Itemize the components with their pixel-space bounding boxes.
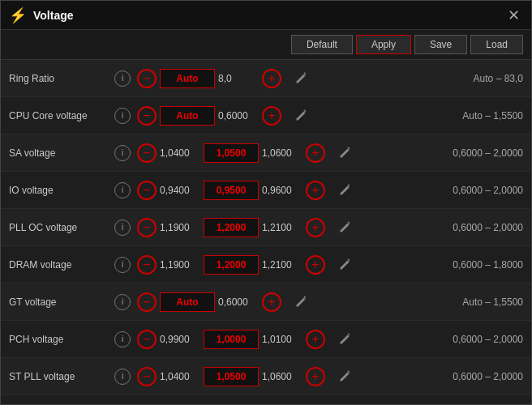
lightning-icon: ⚡ <box>9 6 27 24</box>
minus-button[interactable]: − <box>137 106 157 126</box>
window-title: Voltage <box>33 9 504 22</box>
minus-button[interactable]: − <box>137 218 157 237</box>
info-icon[interactable]: i <box>114 70 131 87</box>
plus-button[interactable]: + <box>306 218 325 237</box>
range-value: Auto – 83,0 <box>467 73 523 84</box>
step-plus-value: 1,0600 <box>262 147 302 159</box>
info-icon[interactable]: i <box>114 294 131 310</box>
plus-button[interactable]: + <box>262 106 281 126</box>
row-label: PCH voltage <box>9 334 114 345</box>
plus-button[interactable]: + <box>262 69 281 88</box>
range-value: 0,6000 – 2,0000 <box>446 371 523 382</box>
info-icon[interactable]: i <box>114 257 131 273</box>
row-label: GT voltage <box>9 296 114 308</box>
plus-button[interactable]: + <box>306 143 325 163</box>
info-icon[interactable]: i <box>114 369 131 385</box>
range-value: 0,6000 – 2,0000 <box>446 147 523 159</box>
voltage-window: ⚡ Voltage ✕ Default Apply Save Load Ring… <box>0 0 532 405</box>
step-plus-value: 1,2100 <box>262 259 302 271</box>
step-value: 0,6000 <box>218 296 259 308</box>
controls: − 0,9400 0,9600 + 0,6000 – 2,0000 <box>137 181 523 200</box>
controls: − 8,0 + Auto – 83,0 <box>137 69 523 88</box>
edit-icon[interactable] <box>335 330 354 349</box>
edit-icon[interactable] <box>335 218 354 237</box>
plus-button[interactable]: + <box>262 292 281 312</box>
minus-button[interactable]: − <box>137 367 157 386</box>
default-button[interactable]: Default <box>291 35 353 54</box>
close-button[interactable]: ✕ <box>504 6 523 24</box>
edit-icon[interactable] <box>291 106 311 126</box>
controls: − 1,1900 1,2100 + 0,6000 – 2,0000 <box>137 218 523 237</box>
value-input[interactable] <box>204 143 259 163</box>
range-value: 0,6000 – 2,0000 <box>446 185 523 196</box>
step-minus-value: 1,0400 <box>160 147 200 159</box>
minus-button[interactable]: − <box>137 181 157 200</box>
apply-button[interactable]: Apply <box>356 35 411 54</box>
range-value: Auto – 1,5500 <box>456 110 523 122</box>
step-value: 8,0 <box>218 73 259 84</box>
controls: − 0,6000 + Auto – 1,5500 <box>137 292 523 312</box>
range-value: 0,6000 – 2,0000 <box>446 334 523 345</box>
minus-button[interactable]: − <box>137 69 157 88</box>
value-input[interactable] <box>204 218 259 237</box>
step-minus-value: 1,0400 <box>160 371 200 382</box>
minus-button[interactable]: − <box>137 292 157 312</box>
range-value: Auto – 1,5500 <box>456 296 523 308</box>
edit-icon[interactable] <box>335 143 354 163</box>
info-icon[interactable]: i <box>114 145 131 161</box>
plus-button[interactable]: + <box>306 330 325 349</box>
value-input[interactable] <box>204 255 259 275</box>
info-icon[interactable]: i <box>114 331 131 347</box>
step-minus-value: 1,1900 <box>160 259 200 271</box>
minus-button[interactable]: − <box>137 255 157 275</box>
table-row: CPU Core voltage i − 0,6000 + Auto – 1,5… <box>1 97 531 134</box>
controls: − 1,0400 1,0600 + 0,6000 – 2,0000 <box>137 367 523 386</box>
edit-icon[interactable] <box>335 367 354 386</box>
value-input[interactable] <box>204 330 259 349</box>
plus-button[interactable]: + <box>306 181 325 200</box>
step-plus-value: 1,2100 <box>262 222 302 233</box>
info-icon[interactable]: i <box>114 220 131 236</box>
minus-button[interactable]: − <box>137 143 157 163</box>
controls: − 1,0400 1,0600 + 0,6000 – 2,0000 <box>137 143 523 163</box>
range-value: 0,6000 – 1,8000 <box>446 259 523 271</box>
table-row: SA voltage i − 1,0400 1,0600 + 0,6000 – … <box>1 134 531 172</box>
value-input[interactable] <box>204 181 259 200</box>
row-label: DRAM voltage <box>9 259 114 271</box>
table-row: PLL OC voltage i − 1,1900 1,2100 + 0,600… <box>1 209 531 246</box>
plus-button[interactable]: + <box>306 367 325 386</box>
info-icon[interactable]: i <box>114 182 131 198</box>
edit-icon[interactable] <box>335 181 354 200</box>
row-label: PLL OC voltage <box>9 222 114 233</box>
rows-container: Ring Ratio i − 8,0 + Auto – 83,0 CPU Cor… <box>1 60 531 404</box>
table-row: DRAM voltage i − 1,1900 1,2100 + 0,6000 … <box>1 246 531 284</box>
edit-icon[interactable] <box>335 255 354 275</box>
row-label: SA voltage <box>9 147 114 159</box>
edit-icon[interactable] <box>291 292 311 312</box>
step-plus-value: 0,9600 <box>262 185 302 196</box>
step-value: 0,6000 <box>218 110 259 122</box>
minus-button[interactable]: − <box>137 330 157 349</box>
step-minus-value: 0,9900 <box>160 334 200 345</box>
toolbar: Default Apply Save Load <box>1 30 531 60</box>
table-row: Ring Ratio i − 8,0 + Auto – 83,0 <box>1 60 531 97</box>
step-minus-value: 0,9400 <box>160 185 200 196</box>
edit-icon[interactable] <box>291 69 311 88</box>
controls: − 0,6000 + Auto – 1,5500 <box>137 106 523 126</box>
plus-button[interactable]: + <box>306 255 325 275</box>
load-button[interactable]: Load <box>470 35 523 54</box>
title-bar: ⚡ Voltage ✕ <box>1 1 531 30</box>
table-row: PCH voltage i − 0,9900 1,0100 + 0,6000 –… <box>1 321 531 358</box>
value-input[interactable] <box>204 367 259 386</box>
value-input[interactable] <box>160 106 215 126</box>
save-button[interactable]: Save <box>414 35 467 54</box>
step-plus-value: 1,0100 <box>262 334 302 345</box>
row-label: Ring Ratio <box>9 73 114 84</box>
value-input[interactable] <box>160 292 215 312</box>
row-label: ST PLL voltage <box>9 371 114 382</box>
value-input[interactable] <box>160 69 215 88</box>
table-row: GT voltage i − 0,6000 + Auto – 1,5500 <box>1 284 531 321</box>
controls: − 1,1900 1,2100 + 0,6000 – 1,8000 <box>137 255 523 275</box>
info-icon[interactable]: i <box>114 108 131 124</box>
table-row: ST PLL voltage i − 1,0400 1,0600 + 0,600… <box>1 358 531 395</box>
